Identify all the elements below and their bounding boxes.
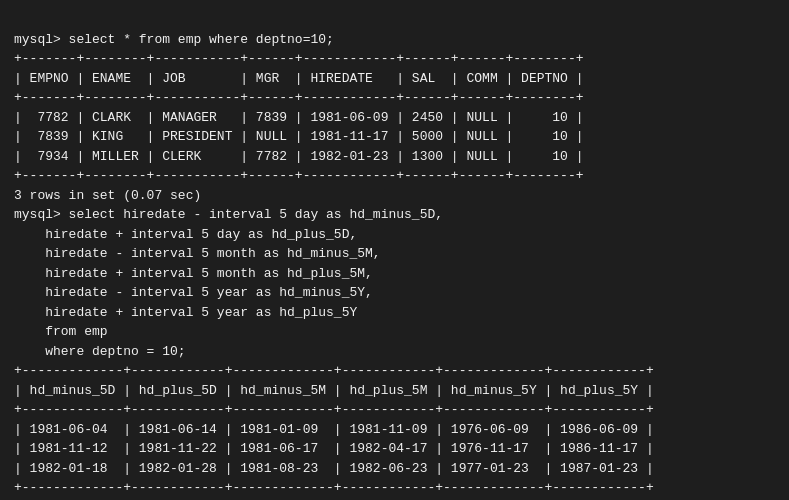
terminal-line-2: | EMPNO | ENAME | JOB | MGR | HIREDATE |… [14,69,775,89]
terminal-line-6: | 7934 | MILLER | CLERK | 7782 | 1982-01… [14,147,775,167]
terminal-line-17: where deptno = 10; [14,342,775,362]
terminal-line-21: | 1981-06-04 | 1981-06-14 | 1981-01-09 |… [14,420,775,440]
terminal-line-11: hiredate + interval 5 day as hd_plus_5D, [14,225,775,245]
terminal-line-19: | hd_minus_5D | hd_plus_5D | hd_minus_5M… [14,381,775,401]
terminal-line-16: from emp [14,322,775,342]
terminal-line-8: 3 rows in set (0.07 sec) [14,186,775,206]
terminal-line-13: hiredate + interval 5 month as hd_plus_5… [14,264,775,284]
terminal-line-23: | 1982-01-18 | 1982-01-28 | 1981-08-23 |… [14,459,775,479]
terminal-line-12: hiredate - interval 5 month as hd_minus_… [14,244,775,264]
terminal-line-20: +-------------+------------+------------… [14,400,775,420]
terminal-line-5: | 7839 | KING | PRESIDENT | NULL | 1981-… [14,127,775,147]
terminal-line-1: +-------+--------+-----------+------+---… [14,49,775,69]
terminal-line-3: +-------+--------+-----------+------+---… [14,88,775,108]
terminal-line-10: mysql> select hiredate - interval 5 day … [14,205,775,225]
terminal-output: mysql> select * from emp where deptno=10… [14,10,775,498]
terminal-line-18: +-------------+------------+------------… [14,361,775,381]
terminal-line-4: | 7782 | CLARK | MANAGER | 7839 | 1981-0… [14,108,775,128]
terminal-line-0: mysql> select * from emp where deptno=10… [14,30,775,50]
terminal-line-15: hiredate + interval 5 year as hd_plus_5Y [14,303,775,323]
terminal-line-22: | 1981-11-12 | 1981-11-22 | 1981-06-17 |… [14,439,775,459]
terminal-line-24: +-------------+------------+------------… [14,478,775,498]
terminal-line-7: +-------+--------+-----------+------+---… [14,166,775,186]
terminal-line-14: hiredate - interval 5 year as hd_minus_5… [14,283,775,303]
